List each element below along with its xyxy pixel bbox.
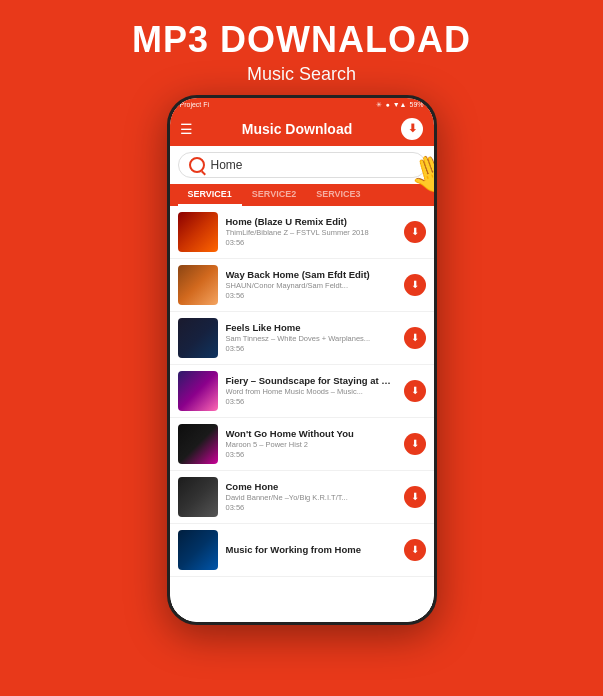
song-duration: 03:56 [226, 450, 396, 459]
tab-service1[interactable]: SERVICE1 [178, 184, 242, 206]
download-nav-icon: ⬇ [408, 122, 417, 135]
top-nav: ☰ Music Download ⬇ [170, 112, 434, 146]
download-icon: ⬇ [411, 385, 419, 396]
song-item: Way Back Home (Sam Efdt Edit) SHAUN/Cono… [170, 259, 434, 312]
song-artist: Maroon 5 – Power Hist 2 [226, 440, 396, 449]
tab-service3[interactable]: SERVICE3 [306, 184, 370, 206]
song-item: Home (Blaze U Remix Edit) ThimLife/Bibla… [170, 206, 434, 259]
song-title: Feels Like Home [226, 322, 396, 333]
battery-icon: 59% [409, 101, 423, 108]
bluetooth-icon: ✳ [376, 101, 382, 109]
carrier-text: Project Fi [180, 101, 210, 108]
song-download-button[interactable]: ⬇ [404, 433, 426, 455]
song-title: Won't Go Home Without You [226, 428, 396, 439]
song-item: Fiery – Soundscape for Staying at Home W… [170, 365, 434, 418]
phone-screen: Project Fi ✳ ● ▼▲ 59% ☰ Music Download ⬇… [170, 98, 434, 622]
wifi-icon: ▼▲ [393, 101, 407, 108]
song-thumbnail [178, 318, 218, 358]
song-title: Come Hone [226, 481, 396, 492]
song-download-button[interactable]: ⬇ [404, 380, 426, 402]
song-thumbnail [178, 424, 218, 464]
tabs-bar: SERVICE1 SERVICE2 SERVICE3 [170, 184, 434, 206]
song-thumbnail [178, 212, 218, 252]
status-bar: Project Fi ✳ ● ▼▲ 59% [170, 98, 434, 112]
song-download-button[interactable]: ⬇ [404, 274, 426, 296]
song-artist: Sam Tinnesz – White Doves + Warplanes... [226, 334, 396, 343]
song-download-button[interactable]: ⬇ [404, 327, 426, 349]
song-download-button[interactable]: ⬇ [404, 539, 426, 561]
download-icon: ⬇ [411, 491, 419, 502]
search-bar[interactable]: Home [178, 152, 426, 178]
song-info: Home (Blaze U Remix Edit) ThimLife/Bibla… [226, 216, 396, 247]
song-thumbnail [178, 371, 218, 411]
song-item: Feels Like Home Sam Tinnesz – White Dove… [170, 312, 434, 365]
status-icons: ✳ ● ▼▲ 59% [376, 101, 423, 109]
download-icon: ⬇ [411, 544, 419, 555]
song-download-button[interactable]: ⬇ [404, 486, 426, 508]
nav-title: Music Download [242, 121, 352, 137]
song-thumbnail [178, 265, 218, 305]
download-icon: ⬇ [411, 279, 419, 290]
song-download-button[interactable]: ⬇ [404, 221, 426, 243]
search-icon [189, 157, 205, 173]
song-artist: ThimLife/Biblane Z – FSTVL Summer 2018 [226, 228, 396, 237]
song-info: Come Hone David Banner/Ne –Yo/Big K.R.I.… [226, 481, 396, 512]
song-title: Music for Working from Home [226, 544, 396, 555]
tab-service2[interactable]: SERVICE2 [242, 184, 306, 206]
song-info: Way Back Home (Sam Efdt Edit) SHAUN/Cono… [226, 269, 396, 300]
search-input[interactable]: Home [211, 158, 243, 172]
song-title: Fiery – Soundscape for Staying at Home [226, 375, 396, 386]
song-title: Way Back Home (Sam Efdt Edit) [226, 269, 396, 280]
song-duration: 03:56 [226, 238, 396, 247]
download-icon: ⬇ [411, 438, 419, 449]
song-artist: SHAUN/Conor Maynard/Sam Feldt... [226, 281, 396, 290]
song-item: Won't Go Home Without You Maroon 5 – Pow… [170, 418, 434, 471]
song-title: Home (Blaze U Remix Edit) [226, 216, 396, 227]
song-info: Music for Working from Home [226, 544, 396, 555]
song-artist: Word from Home Music Moods – Music... [226, 387, 396, 396]
download-nav-button[interactable]: ⬇ [401, 118, 423, 140]
song-item: Music for Working from Home ⬇ [170, 524, 434, 577]
song-duration: 03:56 [226, 503, 396, 512]
song-list: Home (Blaze U Remix Edit) ThimLife/Bibla… [170, 206, 434, 622]
song-item: Come Hone David Banner/Ne –Yo/Big K.R.I.… [170, 471, 434, 524]
download-icon: ⬇ [411, 332, 419, 343]
song-info: Feels Like Home Sam Tinnesz – White Dove… [226, 322, 396, 353]
song-duration: 03:56 [226, 291, 396, 300]
main-title: MP3 DOWNALOAD [20, 20, 583, 60]
song-duration: 03:56 [226, 397, 396, 406]
song-thumbnail [178, 477, 218, 517]
song-info: Won't Go Home Without You Maroon 5 – Pow… [226, 428, 396, 459]
song-thumbnail [178, 530, 218, 570]
header-section: MP3 DOWNALOAD Music Search [0, 0, 603, 95]
phone-device: Project Fi ✳ ● ▼▲ 59% ☰ Music Download ⬇… [167, 95, 437, 625]
song-info: Fiery – Soundscape for Staying at Home W… [226, 375, 396, 406]
data-icon: ● [385, 101, 389, 108]
song-duration: 03:56 [226, 344, 396, 353]
hamburger-icon[interactable]: ☰ [180, 121, 193, 137]
song-artist: David Banner/Ne –Yo/Big K.R.I.T/T... [226, 493, 396, 502]
sub-title: Music Search [20, 64, 583, 85]
download-icon: ⬇ [411, 226, 419, 237]
